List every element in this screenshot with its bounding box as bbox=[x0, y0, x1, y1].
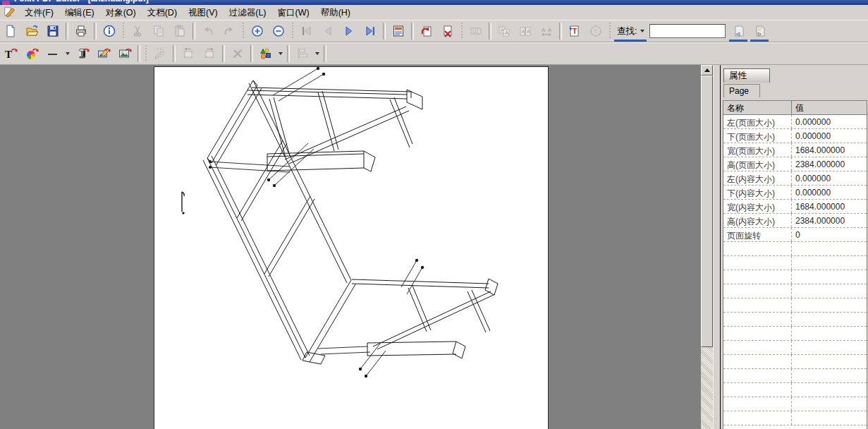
copy-button[interactable] bbox=[149, 22, 169, 40]
menu-item-7[interactable]: 窗口(W) bbox=[272, 6, 315, 19]
property-row[interactable]: 高(页面大小)2384.000000 bbox=[723, 157, 867, 171]
property-name: 高(内容大小) bbox=[723, 214, 792, 227]
vertical-scrollbar[interactable] bbox=[701, 65, 713, 429]
property-row[interactable]: 下(内容大小)0.000000 bbox=[723, 186, 867, 200]
scroll-up-button[interactable] bbox=[701, 65, 713, 75]
document-info-button[interactable] bbox=[99, 22, 119, 40]
property-value: 0 bbox=[792, 228, 800, 241]
property-row[interactable]: 宽(页面大小)1684.000000 bbox=[723, 143, 867, 157]
find-next-button[interactable] bbox=[750, 22, 769, 40]
first-page-button[interactable] bbox=[297, 22, 317, 40]
keyboard-button[interactable] bbox=[466, 22, 486, 40]
property-row[interactable]: 页面旋转0 bbox=[723, 228, 867, 242]
undo-button[interactable] bbox=[198, 22, 218, 40]
delete-object-button[interactable] bbox=[228, 44, 247, 63]
toolbar-separator bbox=[66, 23, 68, 40]
add-text-button[interactable]: T bbox=[1, 44, 20, 63]
toolbar-separator bbox=[287, 45, 290, 62]
insert-shapes-button[interactable] bbox=[256, 44, 276, 63]
toolbar-separator bbox=[250, 45, 253, 62]
import-page-button[interactable] bbox=[417, 22, 436, 40]
next-page-button[interactable] bbox=[339, 22, 359, 40]
svg-text:T: T bbox=[594, 28, 597, 35]
rotate-ccw-selection-icon bbox=[181, 47, 195, 61]
toolbar-drag-handle[interactable] bbox=[122, 23, 125, 40]
property-row[interactable]: 高(内容大小)2384.000000 bbox=[723, 214, 867, 228]
page-layout-button[interactable] bbox=[389, 22, 408, 40]
property-row-empty bbox=[723, 313, 867, 327]
pdf-page[interactable] bbox=[154, 66, 549, 429]
find-history-caret[interactable] bbox=[638, 22, 647, 40]
paste-button[interactable] bbox=[170, 22, 190, 40]
property-row[interactable]: 下(页面大小)0.000000 bbox=[723, 129, 867, 143]
edit-image-button[interactable] bbox=[94, 44, 114, 63]
menu-item-6[interactable]: 过滤器(L) bbox=[224, 6, 272, 19]
property-value: 1684.000000 bbox=[792, 143, 845, 157]
svg-text:A: A bbox=[527, 29, 530, 34]
menu-item-5[interactable]: 视图(V) bbox=[183, 6, 224, 19]
zoom-in-icon bbox=[250, 24, 264, 38]
toolbar-drag-handle[interactable] bbox=[145, 45, 147, 62]
zoom-out-icon bbox=[271, 24, 286, 38]
redo-button[interactable] bbox=[219, 22, 239, 40]
toolbar-drag-handle[interactable] bbox=[460, 23, 463, 40]
transform-text-button[interactable]: T bbox=[586, 22, 606, 40]
panel-splitter[interactable] bbox=[713, 65, 721, 429]
property-row-empty bbox=[723, 284, 867, 298]
dropdown-caret[interactable] bbox=[313, 44, 322, 63]
document-canvas[interactable] bbox=[0, 65, 701, 429]
edit-path-button[interactable] bbox=[150, 44, 170, 63]
toolbar-drag-handle[interactable] bbox=[242, 23, 245, 40]
scrollbar-thumb[interactable] bbox=[701, 75, 713, 347]
menu-item-2[interactable]: 编辑(E) bbox=[59, 6, 100, 19]
property-value: 2384.000000 bbox=[792, 157, 845, 171]
property-row[interactable]: 宽(内容大小)1684.000000 bbox=[723, 200, 867, 214]
toolbar-separator bbox=[489, 23, 491, 40]
add-image-button[interactable] bbox=[115, 44, 135, 63]
zoom-out-button[interactable] bbox=[269, 22, 288, 40]
tab-page[interactable]: Page bbox=[723, 84, 760, 97]
new-document-button[interactable] bbox=[1, 22, 20, 40]
rotate-ccw-selection-button[interactable] bbox=[178, 44, 198, 63]
window-title: Foxit PDF Editor - [anzhuang.pdf] bbox=[14, 0, 149, 4]
print-button[interactable] bbox=[71, 22, 91, 40]
dropdown-caret[interactable] bbox=[63, 44, 72, 63]
font-size-button[interactable]: AA bbox=[515, 22, 535, 40]
save-floppy-button[interactable] bbox=[43, 22, 63, 40]
add-shading-button[interactable] bbox=[73, 44, 92, 63]
find-group: 查找: bbox=[613, 22, 647, 40]
property-row[interactable]: 左(内容大小)0.000000 bbox=[723, 171, 867, 186]
menu-item-8[interactable]: 帮助(H) bbox=[315, 6, 356, 19]
open-folder-button[interactable] bbox=[22, 22, 42, 40]
svg-text:A: A bbox=[521, 29, 525, 34]
dropdown-caret[interactable] bbox=[276, 44, 285, 63]
rotate-cw-selection-button[interactable] bbox=[200, 44, 219, 63]
line-style-button[interactable] bbox=[43, 44, 63, 63]
font-spacing-button[interactable]: AA bbox=[537, 22, 556, 40]
zoom-in-button[interactable] bbox=[247, 22, 267, 40]
property-value: 1684.000000 bbox=[792, 200, 845, 213]
insert-text-icon: T bbox=[568, 24, 582, 38]
last-page-button[interactable] bbox=[360, 22, 380, 40]
menu-item-3[interactable]: 对象(O) bbox=[100, 6, 142, 19]
property-value: 0.000000 bbox=[792, 171, 831, 185]
print-icon bbox=[74, 24, 88, 38]
toolbar-drag-handle[interactable] bbox=[609, 23, 611, 40]
prev-page-button[interactable] bbox=[318, 22, 338, 40]
svg-text:A: A bbox=[505, 30, 509, 36]
assembly-drawing bbox=[154, 67, 548, 429]
align-objects-button[interactable] bbox=[293, 44, 312, 63]
add-color-button[interactable] bbox=[22, 44, 42, 63]
find-input[interactable] bbox=[649, 24, 726, 38]
menu-item-1[interactable]: 文件(F) bbox=[19, 6, 59, 19]
find-prev-button[interactable] bbox=[728, 22, 748, 40]
font-replace-button[interactable]: AA bbox=[494, 22, 514, 40]
menu-item-4[interactable]: 文档(D) bbox=[142, 6, 183, 19]
delete-page-button[interactable] bbox=[438, 22, 458, 40]
property-row[interactable]: 左(页面大小)0.000000 bbox=[723, 115, 867, 129]
insert-text-button[interactable]: T bbox=[565, 22, 585, 40]
property-name: 下(内容大小) bbox=[723, 186, 792, 199]
undo-icon bbox=[201, 24, 215, 38]
cut-button[interactable] bbox=[128, 22, 147, 40]
toolbar-drag-handle[interactable] bbox=[291, 23, 294, 40]
